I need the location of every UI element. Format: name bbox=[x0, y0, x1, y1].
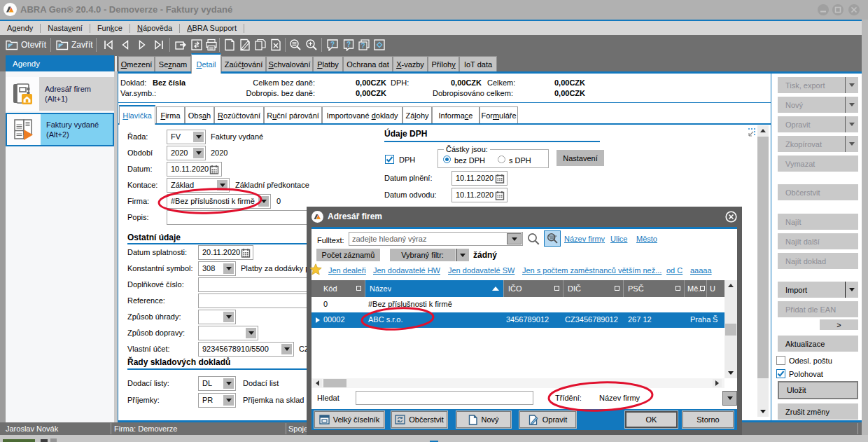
grid-horizontal-scrollbar[interactable] bbox=[312, 378, 724, 388]
obcerstvit-button[interactable]: Občerstvit bbox=[778, 184, 858, 200]
fulltext-settings-button[interactable] bbox=[544, 230, 561, 247]
jen-dodavatele-sw-link[interactable]: Jen dodavatelé SW bbox=[448, 266, 514, 275]
nav-next-icon[interactable] bbox=[136, 39, 148, 51]
grid-header-ico[interactable]: IČO bbox=[504, 280, 564, 297]
ucet-dropdown-button[interactable] bbox=[281, 344, 292, 354]
ok-button[interactable]: OK bbox=[625, 411, 678, 428]
jen-s-poctem-link[interactable]: Jen s počtem zaměstnanců větším než... bbox=[522, 266, 662, 275]
zoom-plus-icon[interactable] bbox=[305, 39, 318, 51]
zkopirovat-dropdown[interactable] bbox=[845, 136, 858, 152]
menu-agendy[interactable]: Agendy bbox=[0, 21, 40, 35]
menu-napoveda[interactable]: Nápověda bbox=[130, 21, 179, 35]
dialog-novy-button[interactable]: Nový bbox=[456, 411, 511, 428]
nav-last-icon[interactable] bbox=[153, 39, 165, 51]
help-copy-icon[interactable]: ? bbox=[358, 39, 370, 51]
datum-plneni-field[interactable]: 10.11.2020 bbox=[451, 171, 507, 186]
sidebar-item-faktury-vydane[interactable]: Faktury vydané(Alt+2) bbox=[6, 113, 114, 146]
expand-button[interactable]: > bbox=[820, 319, 858, 330]
kontace-combo[interactable]: Základ bbox=[167, 178, 230, 193]
doc-delete-icon[interactable] bbox=[270, 39, 282, 51]
tab-zauctovani[interactable]: Zaúčtování bbox=[221, 56, 266, 71]
window-switch-icon[interactable] bbox=[174, 39, 187, 51]
grid-header-mesto[interactable]: Mě... bbox=[685, 280, 707, 297]
opravit-dropdown[interactable] bbox=[845, 116, 858, 132]
close-button[interactable] bbox=[848, 4, 860, 15]
hledat-input[interactable] bbox=[356, 391, 533, 405]
menu-funkce[interactable]: Funkce bbox=[90, 21, 130, 35]
vybrany-filtr-dropdown[interactable] bbox=[456, 249, 469, 261]
ulice-link[interactable]: Ulice bbox=[610, 235, 627, 243]
zoom-lines-icon[interactable] bbox=[289, 39, 302, 51]
jen-dealeri-link[interactable]: Jen dealeři bbox=[328, 266, 366, 275]
grid-row-bez-prislusnosti[interactable]: 0 #Bez příslušnosti k firmě bbox=[312, 297, 724, 312]
datum-splatnosti-calendar-button[interactable] bbox=[239, 247, 251, 258]
pocet-zaznamu-button[interactable]: Počet záznamů bbox=[316, 249, 380, 261]
tab-omezeni[interactable]: Omezení bbox=[118, 56, 155, 71]
tisk-export-dropdown[interactable] bbox=[845, 77, 858, 93]
ulozit-button[interactable]: Uložit bbox=[778, 381, 858, 399]
datum-calendar-button[interactable] bbox=[208, 164, 220, 174]
tab-platby[interactable]: Platby bbox=[313, 56, 343, 71]
window-refresh-icon[interactable] bbox=[190, 39, 203, 51]
doc-copy-icon[interactable] bbox=[254, 39, 267, 51]
grid-scroll-down-button[interactable] bbox=[725, 368, 736, 378]
toolbar-close-button[interactable]: Zavřít bbox=[56, 38, 93, 52]
nastaveni-button[interactable]: Nastavení bbox=[556, 150, 604, 166]
grid-header-ulice[interactable]: U bbox=[707, 280, 724, 297]
column-filter-icon[interactable] bbox=[554, 286, 559, 291]
najit-doklad-button[interactable]: Najít doklad bbox=[778, 253, 858, 269]
column-filter-icon[interactable] bbox=[615, 286, 620, 291]
s-dph-radio[interactable] bbox=[498, 156, 505, 163]
datum-odvodu-calendar-button[interactable] bbox=[493, 190, 505, 200]
novy-button[interactable]: Nový bbox=[778, 97, 858, 113]
dialog-opravit-button[interactable]: Opravit bbox=[519, 411, 576, 428]
opravit-button[interactable]: Opravit bbox=[778, 116, 858, 132]
datum-plneni-calendar-button[interactable] bbox=[493, 173, 505, 184]
mesto-link[interactable]: Město bbox=[636, 235, 657, 243]
dodaci-listy-combo[interactable]: DL bbox=[198, 376, 236, 391]
bez-dph-radio[interactable] bbox=[443, 156, 451, 163]
prijemky-dropdown-button[interactable] bbox=[223, 395, 234, 406]
tab-rozuctovani[interactable]: Rozúčtování bbox=[214, 106, 264, 123]
column-filter-icon[interactable] bbox=[676, 286, 680, 291]
dialog-obcerstvit-button[interactable]: Občerstvit bbox=[391, 411, 447, 428]
storno-button[interactable]: Storno bbox=[682, 411, 734, 428]
fulltext-dropdown-button[interactable] bbox=[507, 233, 522, 244]
scroll-up-button[interactable] bbox=[757, 126, 769, 135]
tab-obsah[interactable]: Obsah bbox=[185, 106, 214, 123]
maximize-button[interactable] bbox=[832, 4, 844, 15]
zpusob-dopravy-combo[interactable] bbox=[198, 326, 258, 340]
tab-importovane-doklady[interactable]: Importované doklady bbox=[322, 106, 402, 123]
grid-row-abc-sro[interactable]: 00002 ABC s.r.o. 3456789012 CZ3456789012… bbox=[312, 312, 724, 328]
tab-ochrana-dat[interactable]: Ochrana dat bbox=[343, 56, 393, 71]
toolbar-open-button[interactable]: Otevřít bbox=[6, 38, 46, 52]
tab-firma[interactable]: Firma bbox=[156, 106, 185, 123]
datum-field[interactable]: 10.11.2020 bbox=[167, 162, 222, 177]
doc-edit-icon[interactable] bbox=[239, 39, 251, 51]
nav-prev-icon[interactable] bbox=[119, 39, 132, 51]
grid-scroll-left-button[interactable] bbox=[313, 379, 322, 387]
firma-combo[interactable]: #Bez příslušnosti k firmě bbox=[167, 194, 271, 209]
odesl-postu-checkbox[interactable] bbox=[776, 356, 785, 365]
kontace-dropdown-button[interactable] bbox=[217, 180, 227, 191]
tab-schvalovani[interactable]: Schvalování bbox=[266, 56, 313, 71]
tisk-export-button[interactable]: Tisk, export bbox=[778, 77, 858, 93]
doc-new-icon[interactable] bbox=[223, 39, 236, 51]
help-window-icon[interactable] bbox=[373, 39, 386, 51]
vybrany-filtr-button[interactable]: Vybraný filtr: bbox=[390, 249, 455, 261]
jen-dodavatele-hw-link[interactable]: Jen dodavatelé HW bbox=[373, 266, 440, 275]
grid-header-psc[interactable]: PSČ bbox=[624, 280, 685, 297]
polohovat-checkbox[interactable] bbox=[776, 369, 785, 378]
obdobi-dropdown-button[interactable] bbox=[193, 148, 204, 158]
trideni-dropdown-button[interactable] bbox=[722, 391, 737, 406]
tab-seznam[interactable]: Seznam bbox=[155, 56, 191, 71]
tab-rucni-parovani[interactable]: Ruční párování bbox=[264, 106, 322, 123]
zrusit-zmeny-button[interactable]: Zrušit změny bbox=[778, 403, 858, 420]
najit-button[interactable]: Najít bbox=[778, 214, 858, 230]
fulltext-input[interactable] bbox=[352, 233, 503, 244]
doprava-dropdown-button[interactable] bbox=[246, 328, 256, 338]
search-icon[interactable] bbox=[527, 233, 540, 246]
konstantni-symbol-combo[interactable]: 308 bbox=[198, 261, 236, 276]
nazev-firmy-link[interactable]: Název firmy bbox=[564, 235, 605, 243]
favorite-star-icon[interactable] bbox=[309, 263, 322, 275]
